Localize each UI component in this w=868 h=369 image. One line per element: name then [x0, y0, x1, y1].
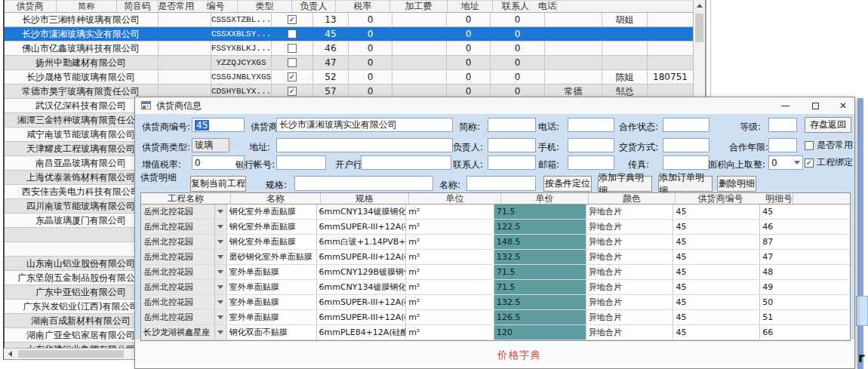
- project-name-cell[interactable]: 岳州北控花园: [141, 250, 227, 264]
- column-header[interactable]: 编号: [194, 1, 238, 12]
- chevron-down-icon[interactable]: [214, 265, 226, 279]
- detail-row[interactable]: 岳州北控花园 钢化室外单面贴膜 6mm白玻+1.14PVB+6mm... m² …: [141, 235, 850, 250]
- copy-current-project-button[interactable]: 复制当前工程: [190, 176, 246, 192]
- spec-filter-input[interactable]: [294, 176, 433, 191]
- supplier-id-field[interactable]: 45: [192, 118, 245, 132]
- common-use-checkbox[interactable]: [288, 58, 297, 67]
- column-header[interactable]: 类型: [238, 1, 292, 12]
- column-header[interactable]: 电话: [538, 1, 557, 12]
- vertical-scroll-thumb[interactable]: [695, 14, 703, 42]
- grid-column-header[interactable]: 单位: [409, 193, 501, 204]
- grid-column-header[interactable]: 规格: [321, 193, 409, 204]
- project-name-cell[interactable]: 岳州北控花园: [141, 220, 227, 234]
- scroll-left-icon[interactable]: [8, 351, 12, 357]
- supplier-row[interactable]: 扬州中勤建材有限公司 YZZQJCYXGS 47 0 0 0: [4, 56, 693, 70]
- chevron-down-icon[interactable]: [214, 310, 226, 324]
- grid-column-header[interactable]: 供货商编号: [676, 193, 765, 204]
- name-filter-input[interactable]: [466, 176, 536, 191]
- column-header[interactable]: 是否常用: [159, 1, 194, 12]
- supplier-row[interactable]: 佛山市亿鑫玻璃科技有限公司 FSSYXBLKJ... 46 0 0 0: [4, 42, 693, 56]
- background-window-edge: [857, 98, 863, 369]
- email-field[interactable]: [568, 155, 614, 170]
- detail-row[interactable]: 岳州北控花园 室外单面贴膜 6mmCNY129B镀膜钢化 m² 71.5 异地合…: [141, 265, 850, 280]
- project-name-cell[interactable]: 岳州北控花园: [141, 280, 227, 294]
- save-return-button[interactable]: 存盘返回: [805, 117, 851, 133]
- column-header[interactable]: 简称: [57, 1, 117, 12]
- contact-field[interactable]: [488, 155, 536, 170]
- column-header[interactable]: 联系人: [493, 1, 538, 12]
- manager-cell: [392, 70, 447, 84]
- chevron-down-icon[interactable]: [214, 235, 226, 249]
- project-name-cell[interactable]: 长沙龙湖祺鑫星座: [141, 325, 227, 340]
- column-header[interactable]: 加工费: [390, 1, 448, 12]
- project-name-cell[interactable]: 岳州北控花园: [141, 265, 227, 279]
- horizontal-scroll-thumb[interactable]: [18, 350, 124, 358]
- chevron-down-icon[interactable]: [214, 250, 226, 264]
- supplier-type-field[interactable]: 玻璃: [192, 138, 229, 152]
- detail-row[interactable]: 岳州北控花园 室外单面贴膜 6mmSUPER-III+12A(硅... m² 1…: [141, 310, 850, 325]
- dialog-title-bar[interactable]: 供货商信息: [135, 97, 854, 114]
- column-header[interactable]: 地址: [448, 1, 493, 12]
- grid-column-header[interactable]: 单价: [501, 193, 589, 204]
- add-order-detail-button[interactable]: 添加订单明细: [658, 176, 713, 192]
- delete-detail-button[interactable]: 删除明细: [717, 176, 756, 192]
- often-used-option[interactable]: 是否常用: [805, 139, 853, 152]
- maximize-button[interactable]: [805, 99, 826, 112]
- add-dictionary-detail-button[interactable]: 添加字典明细: [598, 176, 652, 192]
- column-header[interactable]: 负责人: [292, 1, 336, 12]
- chevron-down-icon[interactable]: [214, 325, 226, 340]
- grid-column-header[interactable]: 名称: [231, 193, 321, 204]
- common-use-checkbox[interactable]: [288, 15, 297, 24]
- grade-field[interactable]: [768, 118, 797, 132]
- column-header[interactable]: 税率: [336, 1, 390, 12]
- project-name-cell[interactable]: 岳州北控花园: [141, 310, 227, 324]
- project-bind-option[interactable]: 工程绑定: [805, 156, 853, 169]
- chevron-down-icon[interactable]: [214, 280, 226, 294]
- supplier-row[interactable]: 长沙市潇湘玻璃实业有限公司 CSSXXBLSY... 45 0 0 0: [4, 27, 693, 42]
- column-header[interactable]: 供货商: [4, 1, 57, 12]
- chevron-down-icon[interactable]: [214, 204, 226, 219]
- grid-column-header[interactable]: 工程名称: [141, 193, 231, 204]
- grid-column-header[interactable]: 颜色: [589, 193, 676, 204]
- mobile-field[interactable]: [568, 138, 614, 152]
- abbr-field[interactable]: [488, 118, 536, 132]
- project-name-cell[interactable]: 岳州北控花园: [141, 295, 227, 309]
- common-use-checkbox[interactable]: [288, 72, 297, 81]
- close-button[interactable]: ✕: [833, 99, 854, 112]
- phone-field[interactable]: [568, 118, 614, 132]
- common-use-checkbox[interactable]: [288, 44, 297, 53]
- delivery-field[interactable]: [663, 138, 709, 152]
- coop-status-field[interactable]: [663, 118, 709, 132]
- fax-field[interactable]: [663, 155, 709, 170]
- area-round-select[interactable]: 0: [768, 155, 803, 170]
- locate-by-condition-button[interactable]: 按条件定位: [543, 176, 592, 192]
- detail-row[interactable]: 岳州北控花园 钢化室外单面贴膜 6mmSUPER-III+12A(硅... m²…: [141, 220, 850, 235]
- column-header[interactable]: 简音码: [117, 1, 159, 12]
- project-name-cell[interactable]: 岳州北控花园: [141, 235, 227, 249]
- code-cell: CSSGJNBLYXGS: [211, 70, 272, 84]
- address-field[interactable]: [276, 138, 453, 152]
- grid-column-header[interactable]: 明细号: [765, 193, 793, 204]
- chevron-down-icon[interactable]: [214, 295, 226, 309]
- bank-account-field[interactable]: [276, 155, 326, 170]
- chevron-down-icon[interactable]: [214, 220, 226, 234]
- scroll-up-icon[interactable]: [697, 4, 703, 8]
- supplier-name-field[interactable]: 长沙市潇湘玻璃实业有限公司: [276, 118, 453, 132]
- minimize-button[interactable]: [774, 99, 796, 112]
- detail-row[interactable]: 岳州北控花园 室外单面贴膜 6mmCNY134镀膜钢化 m² 71.5 异地合片…: [141, 280, 850, 295]
- detail-row[interactable]: 岳州北控花园 室外单面贴膜 6mmSUPER-III+12A(硅... m² 1…: [141, 295, 850, 310]
- supplier-row[interactable]: 长沙市三湘特种玻璃有限公司 CSSSXTZBL... 13 0 0 0 胡姐: [4, 13, 693, 27]
- manager-field[interactable]: [488, 138, 536, 152]
- detail-row[interactable]: 岳州北控花园 磨砂钢化室外单面贴膜 6mmSUPER-III+12A(硅... …: [141, 250, 850, 265]
- common-use-checkbox[interactable]: [288, 87, 297, 96]
- common-use-checkbox[interactable]: [288, 29, 297, 38]
- bank-field[interactable]: [361, 155, 451, 170]
- supplier-row[interactable]: 长沙晟格节能玻璃有限公司 CSSGJNBLYXGS 52 0 0 0 陈姐 18…: [4, 70, 693, 85]
- detail-row[interactable]: 长沙龙湖祺鑫星座 钢化双面不贴膜 6mmPLE84+12A(硅酮胶... m² …: [141, 325, 850, 340]
- often-used-checkbox[interactable]: [805, 141, 814, 150]
- detail-row[interactable]: 岳州北控花园 钢化室外单面贴膜 6mmCNY134镀膜钢化 m² 71.5 异地…: [141, 204, 850, 220]
- contact-cell: [602, 42, 648, 55]
- coop-years-field[interactable]: [768, 138, 797, 152]
- project-bind-checkbox[interactable]: [805, 158, 814, 168]
- project-name-cell[interactable]: 岳州北控花园: [141, 204, 227, 219]
